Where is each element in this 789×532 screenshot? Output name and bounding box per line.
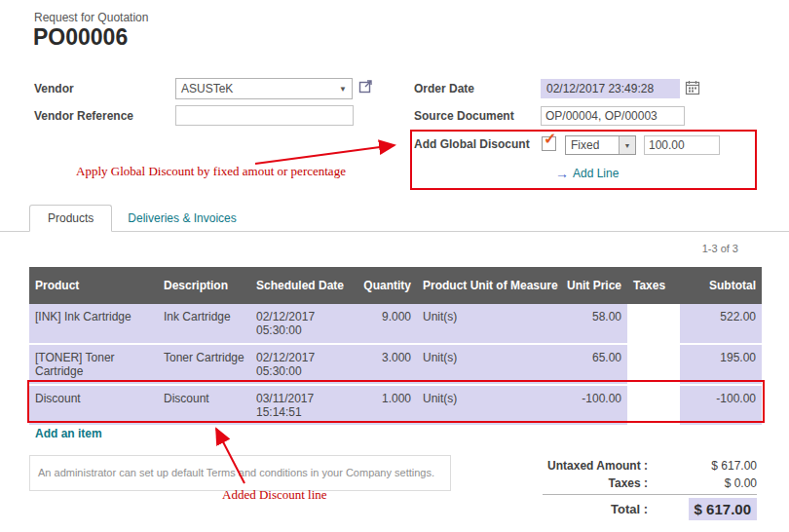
cell-uom[interactable]: Unit(s)	[417, 304, 559, 345]
cell-unit-price[interactable]: 58.00	[559, 304, 627, 345]
calendar-icon[interactable]	[685, 80, 700, 98]
source-document-input[interactable]	[541, 106, 685, 126]
vendor-label: Vendor	[34, 82, 74, 95]
add-an-item-link[interactable]: Add an item	[35, 427, 102, 440]
discount-type-value: Fixed	[566, 136, 619, 154]
doc-type-label: Request for Quotation	[34, 11, 148, 24]
total-separator	[543, 494, 757, 495]
annotation-global-discount-note: Apply Global Discount by fixed amout or …	[76, 164, 346, 179]
cell-subtotal[interactable]: -100.00	[680, 386, 762, 427]
col-header-subtotal[interactable]: Subtotal	[680, 267, 762, 304]
order-date-field[interactable]: 02/12/2017 23:49:28	[541, 79, 680, 98]
arrow-to-global-discount	[255, 145, 394, 164]
untaxed-amount-label: Untaxed Amount :	[448, 459, 648, 473]
cell-quantity[interactable]: 1.000	[351, 386, 417, 427]
taxes-label: Taxes :	[448, 476, 648, 490]
pager-status: 1-3 of 3	[702, 243, 738, 254]
tab-deliveries-invoices[interactable]: Deliveries & Invoices	[112, 206, 251, 231]
cell-scheduled-date[interactable]: 03/11/2017 15:14:51	[250, 386, 351, 427]
cell-subtotal[interactable]: 195.00	[680, 345, 762, 386]
taxes-row: Taxes : $ 0.00	[448, 476, 757, 490]
terms-note: An administrator can set up default Term…	[29, 455, 451, 491]
notebook-tabbar: Products Deliveries & Invoices	[0, 206, 789, 232]
global-discount-checkbox[interactable]: ✓	[542, 136, 556, 151]
col-header-product[interactable]: Product	[29, 267, 158, 304]
vendor-select-value: ASUSTeK	[181, 82, 233, 95]
add-line-label: Add Line	[573, 167, 619, 180]
col-header-taxes[interactable]: Taxes	[627, 267, 680, 304]
untaxed-amount-value: $ 617.00	[648, 459, 757, 473]
annotation-discount-line-note: Added Discount line	[222, 487, 327, 503]
col-header-uom[interactable]: Product Unit of Measure	[417, 267, 559, 304]
table-header-row: Product Description Scheduled Date Quant…	[29, 267, 762, 304]
cell-description[interactable]: Ink Cartridge	[158, 304, 250, 345]
cell-product[interactable]: [TONER] Toner Cartridge	[29, 345, 158, 386]
total-row: Total : $ 617.00	[448, 498, 757, 519]
discount-type-select[interactable]: Fixed ▼	[565, 135, 636, 155]
table-row-discount[interactable]: Discount Discount 03/11/2017 15:14:51 1.…	[29, 386, 762, 427]
order-lines-table: Product Description Scheduled Date Quant…	[29, 267, 762, 427]
cell-description[interactable]: Toner Cartridge	[158, 345, 250, 386]
untaxed-amount-row: Untaxed Amount : $ 617.00	[448, 459, 757, 473]
chevron-down-icon: ▼	[339, 85, 347, 94]
page-title: PO00006	[33, 24, 128, 51]
col-header-description[interactable]: Description	[158, 267, 250, 304]
cell-quantity[interactable]: 9.000	[351, 304, 417, 345]
check-icon: ✓	[544, 132, 556, 147]
cell-uom[interactable]: Unit(s)	[417, 345, 559, 386]
table-row[interactable]: [TONER] Toner Cartridge Toner Cartridge …	[29, 345, 762, 386]
cell-taxes[interactable]	[627, 345, 680, 386]
order-date-label: Order Date	[414, 82, 474, 95]
vendor-reference-label: Vendor Reference	[34, 109, 133, 123]
col-header-scheduled-date[interactable]: Scheduled Date	[250, 267, 351, 304]
col-header-unit-price[interactable]: Unit Price	[559, 267, 627, 304]
cell-scheduled-date[interactable]: 02/12/2017 05:30:00	[250, 304, 351, 345]
global-discount-label: Add Global Disocunt	[414, 137, 530, 151]
cell-quantity[interactable]: 3.000	[351, 345, 417, 386]
cell-description[interactable]: Discount	[158, 386, 250, 427]
discount-amount-input[interactable]	[644, 135, 720, 155]
cell-taxes[interactable]	[627, 386, 680, 427]
cell-uom[interactable]: Unit(s)	[417, 386, 559, 427]
total-label: Total :	[448, 502, 648, 516]
vendor-select[interactable]: ASUSTeK ▼	[175, 78, 353, 99]
tab-products[interactable]: Products	[29, 205, 112, 232]
cell-product[interactable]: [INK] Ink Cartridge	[29, 304, 158, 345]
arrow-right-icon: →	[555, 166, 569, 181]
vendor-reference-input[interactable]	[175, 105, 354, 126]
col-header-quantity[interactable]: Quantity	[351, 267, 417, 304]
source-document-label: Source Document	[414, 109, 514, 123]
cell-scheduled-date[interactable]: 02/12/2017 05:30:00	[250, 345, 351, 386]
add-line-link[interactable]: → Add Line	[555, 166, 619, 181]
external-link-icon[interactable]	[358, 79, 373, 96]
cell-taxes[interactable]	[627, 304, 680, 345]
cell-unit-price[interactable]: -100.00	[559, 386, 627, 427]
rfq-form-page: Request for Quotation PO00006 Vendor ASU…	[0, 0, 789, 532]
chevron-down-icon: ▼	[624, 142, 631, 149]
total-value: $ 617.00	[689, 498, 757, 520]
cell-unit-price[interactable]: 65.00	[559, 345, 627, 386]
taxes-value: $ 0.00	[648, 476, 757, 490]
cell-product[interactable]: Discount	[29, 386, 158, 427]
table-row[interactable]: [INK] Ink Cartridge Ink Cartridge 02/12/…	[29, 304, 762, 345]
cell-subtotal[interactable]: 522.00	[680, 304, 762, 345]
